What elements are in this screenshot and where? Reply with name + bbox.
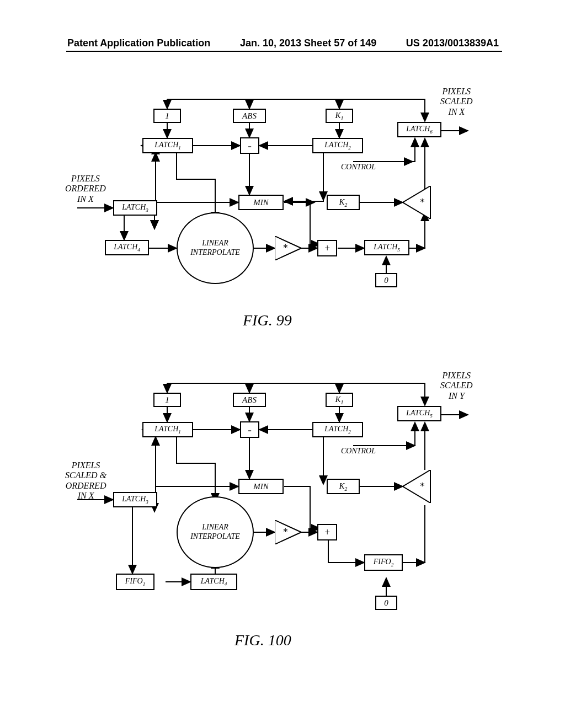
header-right: US 2013/0013839A1 (406, 38, 499, 49)
block-plus-99: + (317, 240, 337, 256)
block-latch1-100: LATCH1 (142, 422, 193, 437)
svg-text:*: * (282, 527, 287, 538)
label-output-100: PIXELS SCALED IN Y (440, 371, 473, 401)
block-k1-99: K1 (326, 109, 353, 123)
block-latch4-99: LATCH4 (105, 240, 149, 255)
svg-text:*: * (282, 243, 287, 254)
block-plus-100: + (317, 524, 337, 540)
block-mul-tri-100: * (403, 470, 436, 505)
label-output-99: PIXELS SCALED IN X (440, 87, 473, 117)
label-input-99: PIXELS ORDERED IN X (65, 174, 106, 204)
block-k2-100: K2 (327, 479, 360, 494)
svg-marker-60 (403, 470, 430, 503)
block-abs-100: ABS (233, 393, 266, 407)
block-latch2-100: LATCH2 (312, 422, 363, 437)
caption-fig-99: FIG. 99 (243, 312, 292, 329)
block-linear-interpolate-100: LINEAR INTERPOLATE (177, 496, 254, 568)
block-k2-99: K2 (327, 195, 360, 210)
block-latch6-99: LATCH6 (397, 122, 441, 137)
header-center: Jan. 10, 2013 Sheet 57 of 149 (240, 38, 376, 49)
block-one-99: 1 (153, 109, 181, 123)
svg-marker-32 (275, 236, 301, 260)
block-latch3-100: LATCH3 (113, 492, 157, 507)
block-latch4-100: LATCH4 (190, 574, 237, 590)
block-mul-star-99: * (275, 236, 302, 263)
block-minus-99: - (240, 137, 259, 154)
caption-fig-100: FIG. 100 (234, 631, 291, 649)
block-min-99: MIN (238, 195, 284, 210)
block-mul-star-100: * (275, 520, 302, 547)
block-latch3-99: LATCH3 (113, 200, 157, 216)
label-control-99: CONTROL (341, 163, 376, 172)
svg-marker-62 (275, 520, 301, 544)
label-input-100: PIXELS SCALED & ORDERED IN X (65, 461, 106, 501)
block-fifo2-100: FIFO2 (364, 554, 403, 571)
diagram-fig-99: 1 ABS K1 LATCH6 LATCH1 - LATCH2 CONTROL … (0, 80, 565, 334)
block-k1-100: K1 (326, 393, 353, 407)
block-zero-99: 0 (375, 273, 397, 287)
block-abs-99: ABS (233, 109, 266, 123)
svg-text:*: * (419, 481, 424, 492)
block-fifo1-100: FIFO1 (116, 574, 154, 590)
header-rule (66, 51, 502, 52)
block-one-100: 1 (153, 393, 181, 407)
label-control-100: CONTROL (341, 447, 376, 456)
block-latch5-out-100: LATCH5 (397, 406, 441, 421)
svg-text:*: * (419, 197, 424, 208)
block-latch5-99: LATCH5 (364, 240, 409, 255)
page-header: Patent Application Publication Jan. 10, … (0, 38, 565, 49)
block-minus-100: - (240, 421, 259, 438)
svg-marker-30 (403, 186, 430, 219)
block-latch2-99: LATCH2 (312, 138, 363, 153)
block-zero-100: 0 (375, 596, 397, 610)
block-min-100: MIN (238, 479, 284, 494)
connections-fig-100 (0, 364, 565, 651)
diagram-fig-100: 1 ABS K1 LATCH5 LATCH1 - LATCH2 CONTROL … (0, 364, 565, 651)
block-latch1-99: LATCH1 (142, 138, 193, 153)
block-linear-interpolate-99: LINEAR INTERPOLATE (177, 212, 254, 284)
header-left: Patent Application Publication (67, 38, 210, 49)
